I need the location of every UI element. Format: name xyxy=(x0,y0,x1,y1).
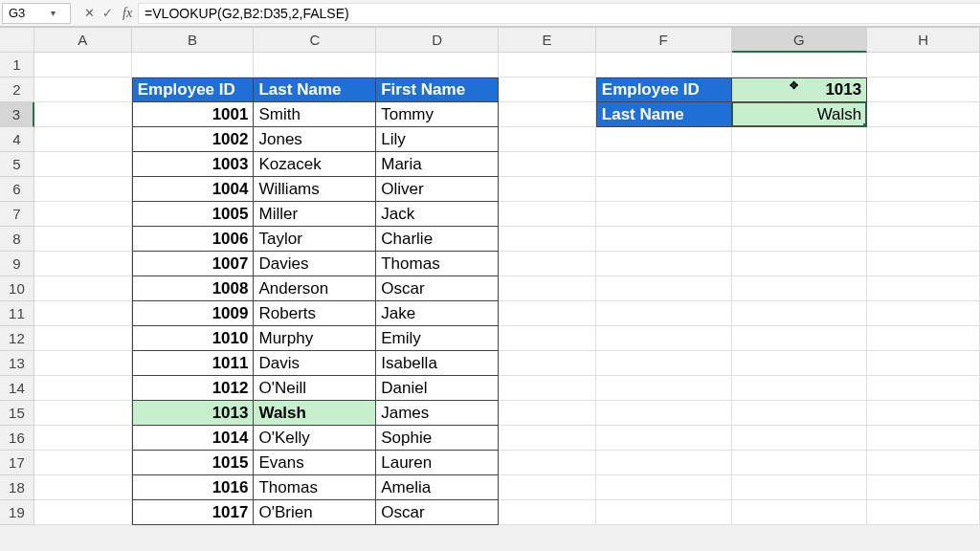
cell-H14[interactable] xyxy=(867,376,980,401)
select-all-corner[interactable] xyxy=(0,28,34,53)
name-box-dropdown-icon[interactable]: ▾ xyxy=(36,8,70,18)
cell-F4[interactable] xyxy=(596,127,732,152)
cell-C17[interactable]: Evans xyxy=(254,451,376,475)
cell-G14[interactable] xyxy=(732,376,868,401)
cell-G12[interactable] xyxy=(732,326,868,351)
cell-A14[interactable] xyxy=(34,376,132,401)
cell-A15[interactable] xyxy=(34,401,132,426)
cell-C7[interactable]: Miller xyxy=(254,202,376,227)
cell-A10[interactable] xyxy=(34,276,132,301)
cell-D18[interactable]: Amelia xyxy=(376,475,499,500)
cell-A17[interactable] xyxy=(34,451,132,475)
cell-C9[interactable]: Davies xyxy=(254,252,376,276)
cell-A19[interactable] xyxy=(34,500,132,525)
name-box[interactable]: G3 ▾ xyxy=(2,3,71,24)
cell-F2[interactable]: Employee ID xyxy=(596,77,732,102)
cell-B6[interactable]: 1004 xyxy=(132,177,255,202)
cell-D19[interactable]: Oscar xyxy=(376,500,499,525)
cell-D8[interactable]: Charlie xyxy=(376,227,499,252)
row-header[interactable]: 16 xyxy=(0,426,34,451)
cell-H5[interactable] xyxy=(867,152,980,177)
cell-H1[interactable] xyxy=(867,53,980,77)
cell-E10[interactable] xyxy=(499,276,596,301)
cell-B2[interactable]: Employee ID xyxy=(132,77,255,102)
cell-E11[interactable] xyxy=(499,301,596,326)
cell-H4[interactable] xyxy=(867,127,980,152)
cell-H16[interactable] xyxy=(867,426,980,451)
cell-E9[interactable] xyxy=(499,252,596,276)
cell-G13[interactable] xyxy=(732,351,868,376)
cell-D4[interactable]: Lily xyxy=(376,127,499,152)
cell-E8[interactable] xyxy=(499,227,596,252)
row-header[interactable]: 6 xyxy=(0,177,34,202)
cell-E19[interactable] xyxy=(499,500,596,525)
cell-D14[interactable]: Daniel xyxy=(376,376,499,401)
cell-C4[interactable]: Jones xyxy=(254,127,376,152)
cell-B11[interactable]: 1009 xyxy=(132,301,255,326)
row-header[interactable]: 15 xyxy=(0,401,34,426)
cell-A7[interactable] xyxy=(34,202,132,227)
cell-G4[interactable] xyxy=(732,127,868,152)
cell-C14[interactable]: O'Neill xyxy=(254,376,376,401)
cell-C12[interactable]: Murphy xyxy=(254,326,376,351)
cell-C15[interactable]: Walsh xyxy=(254,401,376,426)
cell-H7[interactable] xyxy=(867,202,980,227)
cell-B9[interactable]: 1007 xyxy=(132,252,255,276)
cell-G18[interactable] xyxy=(732,475,868,500)
cancel-icon[interactable]: ✕ xyxy=(84,6,95,20)
cell-G2[interactable]: 1013✥ xyxy=(732,77,868,102)
cell-C6[interactable]: Williams xyxy=(254,177,376,202)
cell-H11[interactable] xyxy=(867,301,980,326)
row-header[interactable]: 9 xyxy=(0,252,34,276)
row-header[interactable]: 11 xyxy=(0,301,34,326)
cell-H15[interactable] xyxy=(867,401,980,426)
cell-F14[interactable] xyxy=(596,376,732,401)
row-header[interactable]: 5 xyxy=(0,152,34,177)
cell-E18[interactable] xyxy=(499,475,596,500)
row-header[interactable]: 18 xyxy=(0,475,34,500)
cell-A6[interactable] xyxy=(34,177,132,202)
cell-H19[interactable] xyxy=(867,500,980,525)
cell-E5[interactable] xyxy=(499,152,596,177)
cell-A1[interactable] xyxy=(34,53,132,77)
cell-C10[interactable]: Anderson xyxy=(254,276,376,301)
cell-B14[interactable]: 1012 xyxy=(132,376,255,401)
cell-F8[interactable] xyxy=(596,227,732,252)
col-header-E[interactable]: E xyxy=(499,28,596,53)
cell-C19[interactable]: O'Brien xyxy=(254,500,376,525)
col-header-A[interactable]: A xyxy=(34,28,132,53)
row-header[interactable]: 8 xyxy=(0,227,34,252)
row-header[interactable]: 13 xyxy=(0,351,34,376)
cell-D11[interactable]: Jake xyxy=(376,301,499,326)
cell-H9[interactable] xyxy=(867,252,980,276)
fill-handle[interactable] xyxy=(863,123,867,127)
row-header[interactable]: 3 xyxy=(0,102,34,127)
cell-F11[interactable] xyxy=(596,301,732,326)
cell-E16[interactable] xyxy=(499,426,596,451)
cell-G9[interactable] xyxy=(732,252,868,276)
col-header-C[interactable]: C xyxy=(254,28,376,53)
row-header[interactable]: 7 xyxy=(0,202,34,227)
cell-D12[interactable]: Emily xyxy=(376,326,499,351)
cell-F6[interactable] xyxy=(596,177,732,202)
cell-B16[interactable]: 1014 xyxy=(132,426,255,451)
row-header[interactable]: 2 xyxy=(0,77,34,102)
cell-B12[interactable]: 1010 xyxy=(132,326,255,351)
cell-G11[interactable] xyxy=(732,301,868,326)
cell-E17[interactable] xyxy=(499,451,596,475)
cell-B19[interactable]: 1017 xyxy=(132,500,255,525)
cell-D5[interactable]: Maria xyxy=(376,152,499,177)
cell-D15[interactable]: James xyxy=(376,401,499,426)
row-header[interactable]: 10 xyxy=(0,276,34,301)
cell-F16[interactable] xyxy=(596,426,732,451)
col-header-D[interactable]: D xyxy=(376,28,499,53)
cell-C5[interactable]: Kozacek xyxy=(254,152,376,177)
cell-D16[interactable]: Sophie xyxy=(376,426,499,451)
row-header[interactable]: 1 xyxy=(0,53,34,77)
cell-A5[interactable] xyxy=(34,152,132,177)
cell-D7[interactable]: Jack xyxy=(376,202,499,227)
row-header[interactable]: 12 xyxy=(0,326,34,351)
cell-F18[interactable] xyxy=(596,475,732,500)
cell-A9[interactable] xyxy=(34,252,132,276)
cell-E1[interactable] xyxy=(499,53,596,77)
